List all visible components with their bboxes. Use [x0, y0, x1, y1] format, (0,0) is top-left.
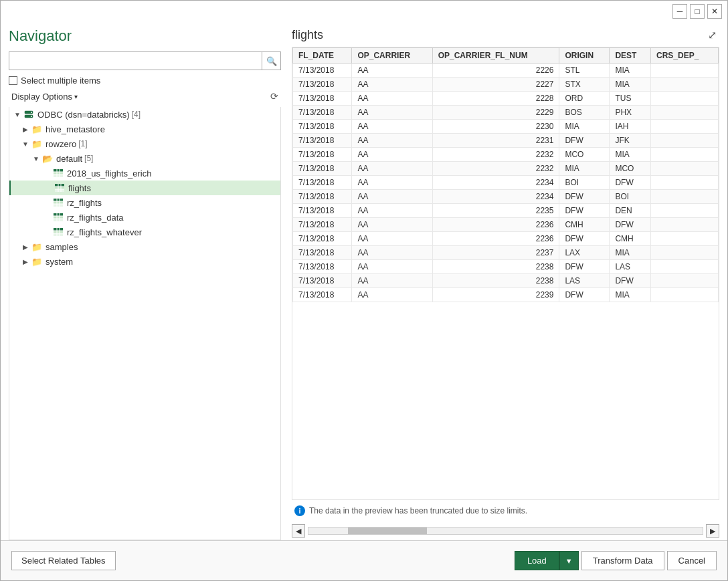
- tree-node-rz-flights-whatever[interactable]: rz_flights_whatever: [9, 225, 280, 239]
- col-header-dest: DEST: [610, 48, 651, 64]
- table-cell: LAS: [610, 260, 651, 274]
- node-label-flights: flights: [68, 183, 91, 193]
- display-options-label: Display Options: [11, 92, 72, 102]
- refresh-icon: ⟳: [270, 91, 278, 102]
- window-controls: ─ □ ✕: [672, 4, 722, 19]
- chevron-down-icon: ▾: [74, 93, 78, 100]
- table-cell: DFW: [559, 190, 610, 204]
- node-label-rz-flights-whatever: rz_flights_whatever: [67, 227, 142, 237]
- tree-node-default[interactable]: ▼ 📂 default [5]: [9, 151, 280, 166]
- preview-header: flights ⤢: [292, 27, 719, 43]
- table-row: 7/13/2018AA2229BOSPHX: [293, 106, 719, 120]
- table-cell: 2229: [432, 106, 559, 120]
- cancel-button[interactable]: Cancel: [667, 551, 717, 570]
- table-cell: 2234: [432, 190, 559, 204]
- tree-node-odbc[interactable]: ▼ ODBC (dsn=databricks) [4]: [9, 107, 280, 122]
- tree-node-rz-flights[interactable]: rz_flights: [9, 195, 280, 210]
- table-cell: [650, 288, 718, 302]
- table-cell: [650, 162, 718, 176]
- scrollbar-track[interactable]: [308, 527, 703, 535]
- table-cell: 2226: [432, 64, 559, 78]
- tree-node-flights[interactable]: flights: [9, 181, 280, 195]
- svg-rect-25: [54, 213, 63, 216]
- table-cell: AA: [352, 190, 432, 204]
- table-cell: 2234: [432, 176, 559, 190]
- svg-rect-20: [54, 204, 63, 207]
- folder-icon-rowzero: 📁: [31, 138, 43, 149]
- table-cell: 2236: [432, 218, 559, 232]
- select-multiple-label: Select multiple items: [21, 76, 100, 86]
- display-options-button[interactable]: Display Options ▾: [9, 90, 80, 103]
- preview-expand-button[interactable]: ⤢: [705, 27, 719, 43]
- svg-point-2: [31, 112, 32, 113]
- table-cell: 7/13/2018: [293, 204, 352, 218]
- table-cell: 2232: [432, 162, 559, 176]
- table-cell: 7/13/2018: [293, 134, 352, 148]
- maximize-button[interactable]: □: [690, 4, 705, 19]
- scroll-right-button[interactable]: ▶: [706, 524, 719, 538]
- table-cell: BOS: [559, 106, 610, 120]
- display-options-row: Display Options ▾ ⟳: [9, 90, 281, 103]
- table-cell: AA: [352, 260, 432, 274]
- table-cell: 7/13/2018: [293, 232, 352, 246]
- expand-icon-hive: ▶: [20, 126, 31, 133]
- table-cell: AA: [352, 148, 432, 162]
- expand-icon-rowzero: ▼: [20, 140, 31, 148]
- table-cell: 7/13/2018: [293, 260, 352, 274]
- table-cell: 2236: [432, 232, 559, 246]
- close-button[interactable]: ✕: [707, 4, 722, 19]
- node-count-default: [5]: [84, 154, 93, 163]
- select-related-tables-button[interactable]: Select Related Tables: [11, 551, 116, 570]
- table-cell: 2238: [432, 260, 559, 274]
- preview-title: flights: [292, 28, 323, 42]
- table-cell: [650, 274, 718, 288]
- load-button[interactable]: Load: [515, 551, 559, 570]
- table-cell: PHX: [610, 106, 651, 120]
- table-cell: CMH: [610, 232, 651, 246]
- minimize-button[interactable]: ─: [672, 4, 687, 19]
- tree-node-flights-erich[interactable]: 2018_us_flights_erich: [9, 166, 280, 181]
- table-icon-rz-flights-data: [52, 212, 64, 223]
- transform-data-button[interactable]: Transform Data: [581, 551, 664, 570]
- horizontal-scrollbar[interactable]: ◀ ▶: [292, 521, 719, 540]
- table-cell: 2230: [432, 120, 559, 134]
- node-label-flights-erich: 2018_us_flights_erich: [67, 168, 151, 179]
- refresh-button[interactable]: ⟳: [268, 90, 281, 103]
- scrollbar-thumb[interactable]: [348, 528, 427, 534]
- tree-node-hive[interactable]: ▶ 📁 hive_metastore: [9, 122, 280, 136]
- table-cell: 7/13/2018: [293, 162, 352, 176]
- search-input[interactable]: [9, 52, 262, 70]
- tree-node-samples[interactable]: ▶ 📁 samples: [9, 239, 280, 254]
- table-cell: AA: [352, 92, 432, 106]
- table-cell: DFW: [610, 176, 651, 190]
- svg-rect-26: [54, 216, 63, 219]
- svg-rect-4: [54, 169, 63, 172]
- svg-rect-33: [54, 231, 63, 233]
- table-cell: AA: [352, 232, 432, 246]
- table-cell: AA: [352, 218, 432, 232]
- table-cell: STL: [559, 64, 610, 78]
- tree-node-rz-flights-data[interactable]: rz_flights_data: [9, 210, 280, 225]
- data-table-wrapper[interactable]: FL_DATE OP_CARRIER OP_CARRIER_FL_NUM ORI…: [292, 47, 719, 500]
- table-cell: [650, 204, 718, 218]
- search-button[interactable]: 🔍: [262, 52, 280, 70]
- expand-icon-default: ▼: [31, 155, 41, 162]
- scroll-left-button[interactable]: ◀: [292, 524, 305, 538]
- table-cell: AA: [352, 176, 432, 190]
- select-multiple-row: Select multiple items: [9, 76, 281, 86]
- info-icon: i: [294, 505, 305, 516]
- table-cell: 2227: [432, 78, 559, 92]
- table-cell: DFW: [610, 274, 651, 288]
- table-cell: LAX: [559, 246, 610, 260]
- table-row: 7/13/2018AA2235DFWDEN: [293, 204, 719, 218]
- node-label-samples: samples: [46, 242, 78, 252]
- node-label-system: system: [46, 257, 73, 267]
- tree-node-rowzero[interactable]: ▼ 📁 rowzero [1]: [9, 136, 280, 151]
- table-cell: MIA: [610, 246, 651, 260]
- svg-rect-34: [54, 233, 63, 236]
- table-cell: TUS: [610, 92, 651, 106]
- table-cell: STX: [559, 78, 610, 92]
- select-multiple-checkbox[interactable]: [9, 76, 17, 85]
- tree-node-system[interactable]: ▶ 📁 system: [9, 254, 280, 269]
- load-dropdown-button[interactable]: ▼: [559, 551, 579, 570]
